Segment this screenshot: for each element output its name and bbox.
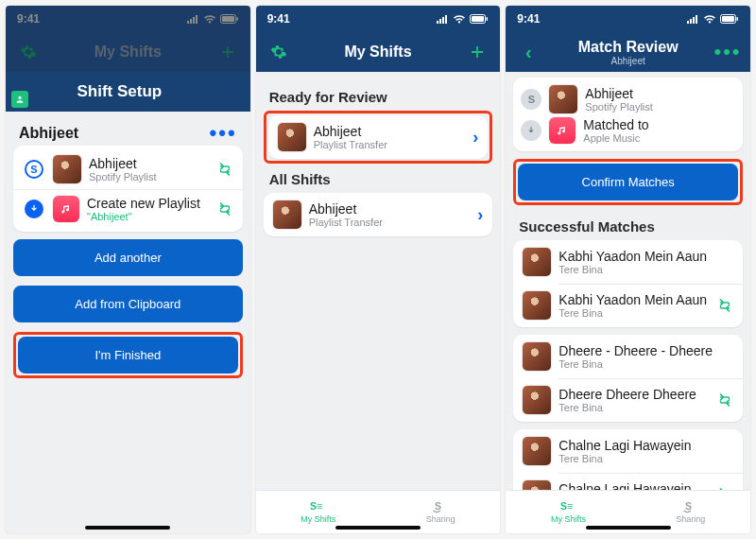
step-sub: Spotify Playlist xyxy=(89,171,209,183)
svg-rect-10 xyxy=(737,17,739,21)
playlist-thumb xyxy=(278,123,306,151)
match-card: Dheere - Dheere - DheereTere BinaDheere … xyxy=(513,335,743,422)
svg-text:S: S xyxy=(435,500,441,512)
wifi-icon xyxy=(203,14,216,24)
match-row[interactable]: Kabhi Yaadon Mein AaunTere Bina xyxy=(513,284,743,327)
swap-icon[interactable] xyxy=(216,161,233,178)
status-bar: 9:41 xyxy=(506,6,750,32)
navbar: My Shifts xyxy=(256,32,501,72)
track-sub: Tere Bina xyxy=(558,402,709,413)
playlist-thumb xyxy=(53,155,81,183)
svg-rect-4 xyxy=(472,16,484,22)
status-time: 9:41 xyxy=(517,12,540,26)
status-bar: 9:41 xyxy=(6,6,250,32)
screen-match-review: 9:41 ‹ Match Review Abhijeet ••• S Abhij… xyxy=(506,6,750,533)
section-all-label: All Shifts xyxy=(264,164,493,193)
match-card: Chalne Lagi HawayeinTere BinaChalne Lagi… xyxy=(513,429,743,490)
battery-icon xyxy=(220,14,239,24)
owner-header: Abhijeet ••• xyxy=(13,121,243,146)
navbar: ‹ Match Review Abhijeet ••• xyxy=(506,32,750,72)
svg-rect-1 xyxy=(222,16,234,22)
finished-callout: I'm Finished xyxy=(13,332,243,378)
svg-text:S≡: S≡ xyxy=(560,500,573,512)
match-row[interactable]: Chalne Lagi HawayeinTere Bina xyxy=(513,429,743,473)
sheet-title: Shift Setup xyxy=(6,82,233,101)
ready-callout: Abhijeet Playlist Transfer › xyxy=(264,111,493,164)
signal-icon xyxy=(686,14,699,24)
svg-rect-5 xyxy=(487,17,489,21)
match-card: Kabhi Yaadon Mein AaunTere BinaKabhi Yaa… xyxy=(513,240,743,327)
svg-text:S≡: S≡ xyxy=(310,500,322,512)
step-row-dest[interactable]: Create new Playlist "Abhijeet" xyxy=(13,189,243,228)
item-title: Abhijeet xyxy=(314,124,466,139)
track-thumb xyxy=(523,386,551,414)
chevron-right-icon: › xyxy=(472,128,478,148)
step-row-source[interactable]: S Abhijeet Spotify Playlist xyxy=(13,149,243,189)
apple-music-icon xyxy=(549,117,576,144)
confirm-callout: Confirm Matches xyxy=(513,159,743,205)
ready-list: Abhijeet Playlist Transfer › xyxy=(268,115,489,159)
tab-sharing[interactable]: S Sharing xyxy=(676,500,705,524)
status-icons xyxy=(686,14,739,24)
item-title: Abhijeet xyxy=(309,201,471,217)
match-row[interactable]: Chalne Lagi HawayeinTere Bina xyxy=(513,473,743,490)
tab-sharing[interactable]: S Sharing xyxy=(426,500,455,524)
arrow-down-step-icon xyxy=(25,200,43,218)
gear-icon xyxy=(17,43,40,61)
add-another-button[interactable]: Add another xyxy=(13,239,243,276)
tab-my-shifts[interactable]: S≡ My Shifts xyxy=(301,500,335,524)
list-item[interactable]: Abhijeet Playlist Transfer › xyxy=(268,115,489,159)
home-indicator xyxy=(335,526,421,530)
signal-icon xyxy=(186,14,199,24)
item-sub: Playlist Transfer xyxy=(314,139,466,150)
wifi-icon xyxy=(453,14,466,24)
setup-steps-card: S Abhijeet Spotify Playlist xyxy=(13,146,243,232)
page-subtitle: Abhijeet xyxy=(540,56,716,66)
step-sub: "Abhijeet" xyxy=(87,211,209,222)
status-bar: 9:41 xyxy=(256,6,501,32)
swap-icon[interactable] xyxy=(216,200,233,217)
gear-icon[interactable] xyxy=(267,43,290,61)
home-indicator xyxy=(586,526,671,530)
battery-icon xyxy=(470,14,489,24)
plus-icon xyxy=(216,43,239,61)
track-title: Chalne Lagi Hawayein xyxy=(558,438,733,453)
signal-icon xyxy=(436,14,449,24)
playlist-thumb xyxy=(273,200,301,229)
section-matches-label: Successful Matches xyxy=(513,211,743,240)
spotify-step-icon: S xyxy=(25,160,43,179)
match-row[interactable]: Kabhi Yaadon Mein AaunTere Bina xyxy=(513,240,743,284)
match-row[interactable]: Dheere - Dheere - DheereTere Bina xyxy=(513,335,743,378)
tab-my-shifts[interactable]: S≡ My Shifts xyxy=(551,500,586,524)
track-title: Chalne Lagi Hawayein xyxy=(558,481,709,490)
chevron-right-icon: › xyxy=(477,205,483,225)
list-item[interactable]: Abhijeet Playlist Transfer › xyxy=(264,193,493,236)
step-title: Create new Playlist xyxy=(87,196,209,211)
item-sub: Playlist Transfer xyxy=(309,217,471,228)
track-sub: Tere Bina xyxy=(558,358,733,370)
plus-icon[interactable] xyxy=(466,43,489,61)
track-title: Kabhi Yaadon Mein Aaun xyxy=(558,249,733,264)
swap-icon[interactable] xyxy=(716,486,733,490)
track-sub: Tere Bina xyxy=(558,307,709,319)
avatar-badge[interactable] xyxy=(11,91,28,108)
page-title: My Shifts xyxy=(290,43,467,61)
svg-rect-9 xyxy=(722,16,734,22)
track-title: Kabhi Yaadon Mein Aaun xyxy=(558,292,709,307)
im-finished-button[interactable]: I'm Finished xyxy=(18,337,238,374)
back-icon[interactable]: ‹ xyxy=(517,42,540,63)
match-row[interactable]: Dheere Dheere DheereTere Bina xyxy=(513,378,743,422)
track-sub: Tere Bina xyxy=(558,453,733,464)
all-list: Abhijeet Playlist Transfer › xyxy=(264,193,493,236)
track-thumb xyxy=(523,342,551,371)
swap-icon[interactable] xyxy=(716,297,733,314)
dest-row: Matched to Apple Music xyxy=(521,117,735,144)
home-indicator xyxy=(85,526,170,530)
track-title: Dheere Dheere Dheere xyxy=(558,387,709,402)
section-ready-label: Ready for Review xyxy=(264,81,493,111)
confirm-matches-button[interactable]: Confirm Matches xyxy=(518,164,738,200)
sheet-header: Shift Setup xyxy=(6,72,250,112)
swap-icon[interactable] xyxy=(716,391,733,409)
source-row: S Abhijeet Spotify Playlist xyxy=(521,85,735,113)
add-from-clipboard-button[interactable]: Add from Clipboard xyxy=(13,286,243,322)
